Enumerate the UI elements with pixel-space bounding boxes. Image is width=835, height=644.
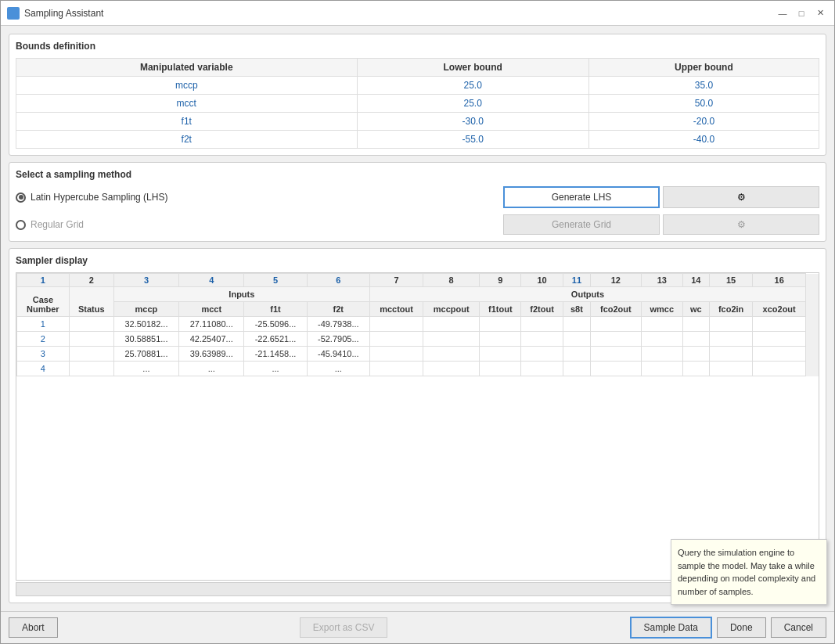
grid-gear-button[interactable]: ⚙ <box>663 214 819 235</box>
generate-grid-button[interactable]: Generate Grid <box>503 214 660 235</box>
col-fco2out: fco2out <box>591 302 642 317</box>
row-f1t: -21.1458... <box>244 347 307 362</box>
row-mccpout <box>423 362 480 376</box>
row-f2t: ... <box>307 362 369 376</box>
row-f2t: -52.7905... <box>307 332 369 347</box>
bounds-row: f1t -30.0 -20.0 <box>16 113 819 131</box>
app-icon <box>7 7 20 20</box>
bounds-variable: f1t <box>16 113 358 131</box>
bounds-lower: 25.0 <box>357 77 588 95</box>
row-mcctout <box>369 362 423 376</box>
row-mcctout <box>369 317 423 332</box>
row-scroll-pad <box>806 362 819 376</box>
bounds-variable: mccp <box>16 77 358 95</box>
inputs-group-header: Inputs <box>113 287 369 302</box>
row-fco2out <box>591 347 642 362</box>
scroll-spacer2 <box>806 287 819 302</box>
row-f1t: ... <box>244 362 307 376</box>
row-mcct: 42.25407... <box>179 332 244 347</box>
row-s8t <box>563 362 590 376</box>
row-mcct: 27.11080... <box>179 317 244 332</box>
col-num-6: 6 <box>307 274 369 287</box>
row-wmcc <box>641 362 682 376</box>
abort-button[interactable]: Abort <box>9 617 58 638</box>
bounds-row: mcct 25.0 50.0 <box>16 95 819 113</box>
row-status <box>69 347 113 362</box>
row-status <box>69 362 113 376</box>
row-f2tout <box>521 362 563 376</box>
col-s8t: s8t <box>563 302 590 317</box>
row-scroll-pad <box>806 347 819 362</box>
col-fco2in: fco2in <box>709 302 753 317</box>
close-button[interactable]: ✕ <box>812 5 828 21</box>
row-status <box>69 332 113 347</box>
outputs-group-header: Outputs <box>369 287 805 302</box>
col-num-16: 16 <box>753 274 806 287</box>
export-csv-button[interactable]: Export as CSV <box>300 617 388 638</box>
sub-header-row: mccp mcct f1t f2t mcctout mccpout f1tout… <box>17 302 819 317</box>
bounds-upper: -20.0 <box>588 113 819 131</box>
lhs-label[interactable]: Latin Hypercube Sampling (LHS) <box>16 192 188 203</box>
row-f2tout <box>521 317 563 332</box>
row-fco2out <box>591 317 642 332</box>
sampling-method-title: Select a sampling method <box>16 169 819 180</box>
col-num-11: 11 <box>563 274 590 287</box>
row-fco2in <box>709 362 753 376</box>
bounds-variable: mcct <box>16 95 358 113</box>
done-button[interactable]: Done <box>717 617 766 638</box>
cancel-button[interactable]: Cancel <box>771 617 826 638</box>
lhs-buttons: Generate LHS ⚙ <box>196 186 819 208</box>
row-case-num: 2 <box>17 332 70 347</box>
row-case-num: 4 <box>17 362 70 376</box>
method-row-lhs: Latin Hypercube Sampling (LHS) Generate … <box>16 186 819 208</box>
main-window: Sampling Assistant — □ ✕ Bounds definiti… <box>0 0 835 644</box>
col-num-9: 9 <box>480 274 521 287</box>
row-scroll-pad <box>806 332 819 347</box>
minimize-button[interactable]: — <box>775 5 790 21</box>
row-wc <box>682 317 709 332</box>
grid-label[interactable]: Regular Grid <box>16 219 188 230</box>
maximize-button[interactable]: □ <box>794 5 809 21</box>
table-row: 3 25.70881... 39.63989... -21.1458... -4… <box>17 347 819 362</box>
grid-gear-icon: ⚙ <box>737 219 746 230</box>
row-fco2in <box>709 347 753 362</box>
bounds-upper: 50.0 <box>588 95 819 113</box>
row-f1tout <box>480 332 521 347</box>
row-mccp: 32.50182... <box>113 317 178 332</box>
row-f1tout <box>480 347 521 362</box>
sampler-table: 1 2 3 4 5 6 7 8 9 10 11 12 13 <box>16 273 819 376</box>
row-f1t: -25.5096... <box>244 317 307 332</box>
col-mcctout: mcctout <box>369 302 423 317</box>
col-case-number: CaseNumber <box>17 287 70 317</box>
lhs-gear-button[interactable]: ⚙ <box>663 186 819 208</box>
row-mccp: 25.70881... <box>113 347 178 362</box>
footer: Abort Export as CSV Sample Data Done Can… <box>1 611 834 643</box>
grid-radio[interactable] <box>16 220 26 230</box>
col-num-15: 15 <box>709 274 753 287</box>
bounds-col-lower: Lower bound <box>357 59 588 77</box>
main-content: Bounds definition Manipulated variable L… <box>1 26 834 611</box>
sampler-table-container[interactable]: 1 2 3 4 5 6 7 8 9 10 11 12 13 <box>16 272 819 581</box>
row-fco2out <box>591 362 642 376</box>
col-num-4: 4 <box>179 274 244 287</box>
row-f1tout <box>480 317 521 332</box>
lhs-gear-icon: ⚙ <box>737 192 746 203</box>
generate-lhs-button[interactable]: Generate LHS <box>503 186 660 208</box>
row-mcct: 39.63989... <box>179 347 244 362</box>
bounds-title: Bounds definition <box>16 41 819 52</box>
bounds-lower: -30.0 <box>357 113 588 131</box>
lhs-radio[interactable] <box>16 192 26 203</box>
group-header-row: CaseNumber Status Inputs Outputs <box>17 287 819 302</box>
sample-data-button[interactable]: Sample Data <box>630 617 712 639</box>
lhs-text: Latin Hypercube Sampling (LHS) <box>31 192 167 203</box>
col-num-13: 13 <box>641 274 682 287</box>
col-num-3: 3 <box>113 274 178 287</box>
row-f2tout <box>521 332 563 347</box>
row-s8t <box>563 332 590 347</box>
col-num-12: 12 <box>591 274 642 287</box>
sample-data-tooltip: Query the simulation engine to sample th… <box>671 539 827 605</box>
col-num-5: 5 <box>244 274 307 287</box>
method-row-grid: Regular Grid Generate Grid ⚙ <box>16 214 819 235</box>
row-status <box>69 317 113 332</box>
bounds-lower: 25.0 <box>357 95 588 113</box>
